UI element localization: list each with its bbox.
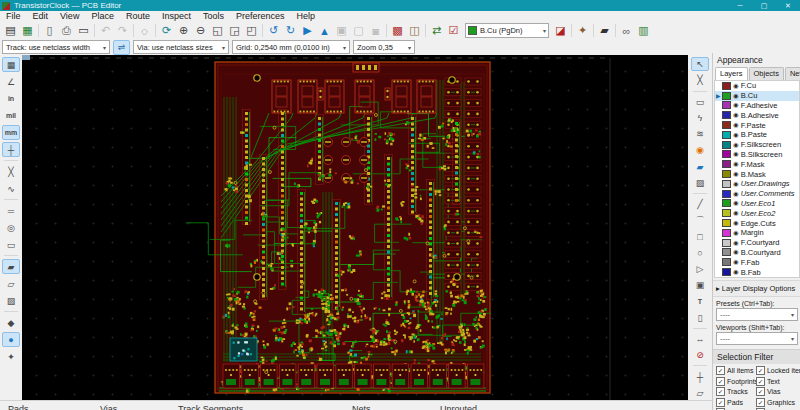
layer-row-b-courtyard[interactable]: ◉B.Courtyard [715, 248, 799, 258]
layer-row-user-eco2[interactable]: ◉User.Eco2 [715, 208, 799, 218]
checkbox-text[interactable]: ✓ [756, 377, 765, 386]
rotate-ccw-button[interactable]: ↺ [265, 23, 282, 38]
select-tool-button[interactable]: ↖ [691, 57, 709, 71]
net-inspector-button[interactable]: ∞ [618, 23, 635, 38]
footprint-browser-button[interactable]: ◫ [406, 23, 423, 38]
visibility-eye-icon[interactable]: ◉ [733, 150, 739, 158]
layer-row-f-paste[interactable]: ◉F.Paste [715, 120, 799, 130]
menu-file[interactable]: File [0, 11, 27, 22]
add-dimension-button[interactable]: ↔ [691, 332, 709, 346]
units-mm-button[interactable]: mm [2, 125, 20, 140]
zone-fill-mode-button[interactable]: ▰ [2, 259, 20, 274]
zone-hatch-mode-button[interactable]: ▨ [2, 293, 20, 308]
update-pcb-from-schematic-button[interactable]: ⇄ [428, 23, 445, 38]
visibility-eye-icon[interactable]: ◉ [733, 209, 739, 217]
tab-nets[interactable]: Nets [785, 67, 800, 80]
grid-dots-button[interactable]: ▦ [2, 57, 20, 72]
visibility-eye-icon[interactable]: ◉ [733, 141, 739, 149]
draw-rectangle-button[interactable]: □ [691, 230, 709, 244]
zoom-in-button[interactable]: ⊕ [175, 23, 192, 38]
draw-polygon-button[interactable]: ▷ [691, 262, 709, 276]
pcb-board[interactable] [22, 55, 688, 400]
layer-row-f-silkscreen[interactable]: ◉F.Silkscreen [715, 140, 799, 150]
visibility-eye-icon[interactable]: ◉ [733, 219, 739, 227]
layer-color-swatch[interactable] [722, 160, 731, 168]
flip-vertical-button[interactable]: ▲ [316, 23, 333, 38]
units-mils-button[interactable]: mil [2, 108, 20, 123]
layer-color-swatch[interactable] [722, 248, 731, 256]
layer-color-swatch[interactable] [722, 170, 731, 178]
menu-view[interactable]: View [54, 11, 85, 22]
zoom-fit-page-button[interactable]: ◱ [209, 23, 226, 38]
layer-color-swatch[interactable] [722, 150, 731, 158]
draw-circle-button[interactable]: ○ [691, 246, 709, 260]
layer-color-swatch[interactable] [722, 209, 731, 217]
visibility-eye-icon[interactable]: ◉ [733, 111, 739, 119]
net-highlight-mode-button[interactable]: ◆ [2, 315, 20, 330]
checkbox-vias[interactable]: ✓ [756, 387, 765, 396]
flip-horizontal-button[interactable]: ▶ [299, 23, 316, 38]
layer-row-b-fab[interactable]: ◉B.Fab [715, 267, 799, 277]
visibility-eye-icon[interactable]: ◉ [733, 239, 739, 247]
refresh-button[interactable]: ⟳ [158, 23, 175, 38]
layer-row-f-adhesive[interactable]: ◉F.Adhesive [715, 101, 799, 111]
route-tracks-button[interactable]: ϟ [691, 111, 709, 125]
auto-track-width-button[interactable]: ⇌ [113, 40, 130, 55]
layer-display-options[interactable]: ▸ Layer Display Options [713, 280, 800, 297]
drc-checker-button[interactable]: ☑ [445, 23, 462, 38]
visibility-eye-icon[interactable]: ◉ [733, 180, 739, 188]
checkbox-footprints[interactable]: ✓ [716, 377, 725, 386]
layer-color-swatch[interactable] [722, 180, 731, 188]
visibility-eye-icon[interactable]: ◉ [733, 268, 739, 276]
filter-locked-items[interactable]: ✓Locked items [756, 366, 800, 375]
layer-color-swatch[interactable] [722, 190, 731, 198]
layer-color-swatch[interactable] [722, 199, 731, 207]
layer-row-user-eco1[interactable]: ◉User.Eco1 [715, 199, 799, 209]
maximize-button[interactable]: ▢ [752, 0, 776, 11]
visibility-eye-icon[interactable]: ◉ [733, 170, 739, 178]
add-image-button[interactable]: ▣ [691, 278, 709, 292]
layer-row-b-cu[interactable]: ▶◉B.Cu [715, 91, 799, 101]
footprint-editor-button[interactable]: ▩ [389, 23, 406, 38]
via-outline-mode-button[interactable]: ◎ [2, 220, 20, 235]
properties-panel-button[interactable]: ▥ [635, 23, 652, 38]
route-diff-pairs-button[interactable]: ≋ [691, 127, 709, 141]
layer-color-swatch[interactable] [722, 239, 731, 247]
close-button[interactable]: ✕ [776, 0, 800, 11]
checkbox-all-items[interactable]: ✓ [716, 366, 725, 375]
print-button[interactable]: ⎙ [58, 23, 75, 38]
layer-color-swatch[interactable] [722, 141, 731, 149]
visibility-eye-icon[interactable]: ◉ [733, 92, 739, 100]
flip-board-view-button[interactable]: ◪ [552, 23, 569, 38]
visibility-eye-icon[interactable]: ◉ [733, 199, 739, 207]
grid-combo[interactable]: Grid: 0,2540 mm (0,0100 in) ▾ [232, 40, 350, 54]
add-footprint-button[interactable]: ▭ [691, 95, 709, 109]
draw-line-button[interactable]: ╱ [691, 197, 709, 211]
zoom-selection-button[interactable]: ◰ [243, 23, 260, 38]
visibility-eye-icon[interactable]: ◉ [733, 160, 739, 168]
layer-color-swatch[interactable] [722, 121, 731, 129]
properties-manager-button[interactable]: ✦ [2, 349, 20, 364]
draw-arc-button[interactable]: ⌒ [691, 213, 709, 227]
menu-help[interactable]: Help [291, 11, 322, 22]
filter-pads[interactable]: ✓Pads [716, 398, 756, 407]
zone-outline-mode-button[interactable]: ▱ [2, 276, 20, 291]
layer-color-swatch[interactable] [722, 101, 731, 109]
filter-all-items[interactable]: ✓All items [716, 366, 756, 375]
menu-preferences[interactable]: Preferences [230, 11, 291, 22]
presets-combo[interactable]: ---- ▾ [716, 308, 798, 321]
layer-color-swatch[interactable] [722, 268, 731, 276]
checkbox-tracks[interactable]: ✓ [716, 387, 725, 396]
delete-tool-button[interactable]: ⊘ [691, 348, 709, 362]
layer-row-f-fab[interactable]: ◉F.Fab [715, 257, 799, 267]
via-size-combo[interactable]: Via: use netclass sizes ▾ [133, 40, 229, 54]
save-button[interactable]: ▤ [2, 23, 19, 38]
checkbox-graphics[interactable]: ✓ [756, 398, 765, 407]
menu-route[interactable]: Route [120, 11, 156, 22]
crosshair-cursor-button[interactable]: ┼ [2, 142, 20, 157]
layer-row-user-drawings[interactable]: ◉User.Drawings [715, 179, 799, 189]
ratsnest-visibility-button[interactable]: ╳ [2, 164, 20, 179]
layer-color-swatch[interactable] [722, 92, 731, 100]
router-settings-button[interactable]: ✦ [574, 23, 591, 38]
find-button[interactable]: ◌ [136, 23, 153, 38]
